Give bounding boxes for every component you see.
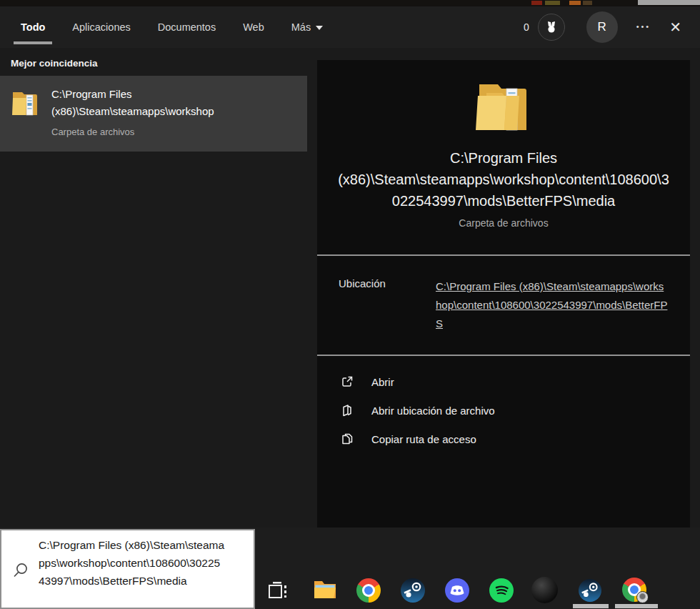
background-fragment <box>569 1 581 5</box>
action-open[interactable]: Abrir <box>317 367 690 396</box>
tab-label: Más <box>291 21 311 33</box>
file-explorer-icon <box>313 578 337 600</box>
chrome-button[interactable] <box>356 578 381 603</box>
actions-list: Abrir Abrir ubicación de archivo Copiar … <box>317 356 690 453</box>
avatar-letter: R <box>598 20 606 34</box>
rewards-count: 0 <box>524 21 529 33</box>
action-open-file-location[interactable]: Abrir ubicación de archivo <box>317 396 690 425</box>
background-fragment <box>531 1 542 5</box>
steam-icon <box>579 579 601 602</box>
best-match-result[interactable]: C:\Program Files (x86)\Steam\steamapps\w… <box>0 76 307 152</box>
task-view-button[interactable] <box>268 581 288 604</box>
spotify-button[interactable] <box>489 578 514 603</box>
filter-tabs: Todo Aplicaciones Documentos Web Más <box>19 19 324 36</box>
background-fragment <box>545 1 560 5</box>
tab-label: Todo <box>21 21 45 33</box>
location-label: Ubicación <box>339 277 436 333</box>
action-label: Abrir <box>371 376 394 388</box>
best-match-text: C:\Program Files (x86)\Steam\steamapps\w… <box>51 86 294 152</box>
preview-subtitle: Carpeta de archivos <box>317 217 690 229</box>
tab-aplicaciones[interactable]: Aplicaciones <box>71 19 131 36</box>
running-app-indicator <box>573 604 609 608</box>
best-match-title: C:\Program Files (x86)\Steam\steamapps\w… <box>51 86 294 120</box>
dark-app-icon <box>531 577 558 603</box>
steam-icon <box>401 578 425 603</box>
copy-icon <box>340 432 354 446</box>
folder-icon <box>475 79 532 133</box>
open-external-icon <box>340 375 354 389</box>
profile-badge-icon <box>636 591 649 603</box>
section-title: Mejor coincidencia <box>11 58 98 69</box>
steam-running-button[interactable] <box>579 579 601 605</box>
tab-label: Aplicaciones <box>72 21 130 33</box>
medal-icon <box>544 20 559 34</box>
discord-button[interactable] <box>445 578 469 603</box>
task-view-icon <box>268 581 288 601</box>
action-label: Abrir ubicación de archivo <box>371 405 495 417</box>
selected-tab-underline <box>14 41 52 44</box>
taskbar-search-box[interactable]: C:\Program Files (x86)\Steam\steamapps\w… <box>0 529 255 609</box>
rewards-medal-button[interactable] <box>538 14 565 41</box>
topbar-right-controls: 0 R ••• ✕ <box>524 6 681 48</box>
search-input[interactable]: C:\Program Files (x86)\Steam\steamapps\w… <box>39 536 226 608</box>
folder-icon <box>11 89 39 117</box>
running-app-indicator <box>615 604 658 608</box>
close-button[interactable]: ✕ <box>669 19 681 36</box>
best-match-subtitle: Carpeta de archivos <box>51 127 294 137</box>
background-window-sliver <box>0 0 700 6</box>
background-fragment <box>583 1 592 5</box>
file-explorer-button[interactable] <box>313 578 337 603</box>
preview-title: C:\Program Files (x86)\Steam\steamapps\w… <box>335 147 672 212</box>
background-fragment <box>638 0 700 5</box>
search-tabbar: Todo Aplicaciones Documentos Web Más 0 <box>0 6 700 48</box>
preview-pane: C:\Program Files (x86)\Steam\steamapps\w… <box>317 60 690 528</box>
user-avatar[interactable]: R <box>586 11 618 43</box>
chrome-profile-button[interactable] <box>622 578 646 602</box>
action-copy-path[interactable]: Copiar ruta de acceso <box>317 425 690 453</box>
spotify-icon <box>489 578 514 603</box>
discord-icon <box>445 578 469 603</box>
chevron-down-icon <box>316 26 323 30</box>
chrome-icon <box>356 578 381 603</box>
close-icon: ✕ <box>669 19 681 35</box>
action-label: Copiar ruta de acceso <box>371 433 476 445</box>
location-link[interactable]: C:\Program Files (x86)\Steam\steamapps\w… <box>436 277 669 333</box>
more-options-button[interactable]: ••• <box>636 16 651 33</box>
tab-mas[interactable]: Más <box>290 19 324 36</box>
steam-button[interactable] <box>401 578 425 605</box>
open-file-location-icon <box>340 403 354 417</box>
dark-app-button[interactable] <box>531 577 558 603</box>
ellipsis-icon: ••• <box>636 22 651 31</box>
location-row: Ubicación C:\Program Files (x86)\Steam\s… <box>317 256 690 333</box>
tab-label: Web <box>243 21 264 33</box>
tab-documentos[interactable]: Documentos <box>156 19 217 36</box>
search-icon <box>12 562 29 579</box>
tab-web[interactable]: Web <box>241 19 266 36</box>
search-flyout: Todo Aplicaciones Documentos Web Más 0 <box>0 6 700 528</box>
tab-todo[interactable]: Todo <box>19 19 46 36</box>
tab-label: Documentos <box>158 21 216 33</box>
